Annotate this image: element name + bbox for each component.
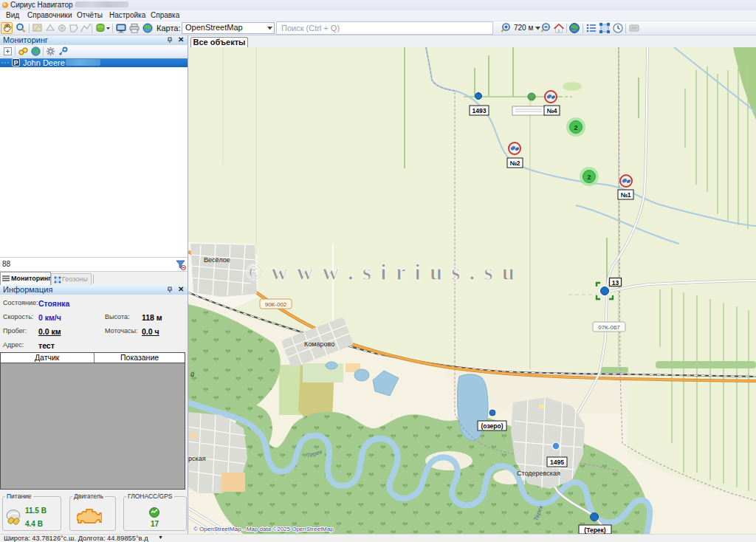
svg-text:90К-002: 90К-002 bbox=[265, 301, 287, 308]
svg-text:Комарово: Комарово bbox=[304, 340, 334, 348]
svg-text:Весёлое: Весёлое bbox=[204, 256, 230, 264]
svg-text:07К-067: 07К-067 bbox=[598, 324, 620, 331]
svg-text:1495: 1495 bbox=[550, 459, 564, 466]
svg-text:© OpenStreetMap - Map data ©20: © OpenStreetMap - Map data ©2025 OpenStr… bbox=[193, 526, 334, 532]
svg-text:рская: рская bbox=[188, 455, 206, 462]
svg-text:(Терек): (Терек) bbox=[584, 526, 606, 534]
svg-text:№1: №1 bbox=[620, 191, 630, 199]
svg-text:№2: №2 bbox=[509, 159, 520, 167]
svg-text:№4: №4 bbox=[546, 107, 557, 114]
svg-text:© w w w . s i r i u s . s u: © w w w . s i r i u s . s u bbox=[245, 259, 516, 285]
svg-text:13: 13 bbox=[612, 279, 619, 287]
svg-text:1493: 1493 bbox=[472, 107, 487, 114]
svg-text:Стодеревская: Стодеревская bbox=[517, 470, 560, 477]
svg-text:2: 2 bbox=[574, 124, 577, 131]
svg-text:2: 2 bbox=[587, 174, 591, 181]
svg-text:(озеро): (озеро) bbox=[481, 422, 504, 430]
svg-text:й: й bbox=[190, 371, 194, 378]
